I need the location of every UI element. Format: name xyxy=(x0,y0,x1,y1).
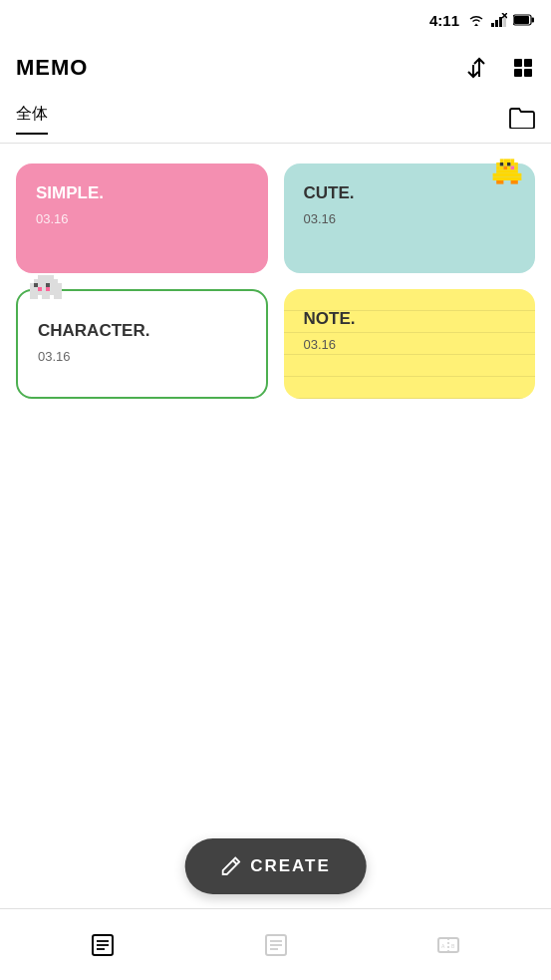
card-character-date: 03.16 xyxy=(38,349,246,364)
grid-icon xyxy=(511,56,535,80)
svg-rect-46 xyxy=(30,295,38,299)
svg-rect-32 xyxy=(493,173,522,177)
card-cute-date: 03.16 xyxy=(304,211,516,226)
svg-rect-25 xyxy=(496,166,500,170)
svg-rect-31 xyxy=(496,169,518,173)
svg-line-52 xyxy=(232,860,236,864)
nav-outline[interactable] xyxy=(189,931,363,959)
svg-rect-14 xyxy=(524,69,532,77)
svg-rect-43 xyxy=(38,287,42,291)
svg-rect-44 xyxy=(46,287,50,291)
svg-rect-50 xyxy=(50,295,54,299)
svg-rect-0 xyxy=(491,23,494,27)
svg-rect-19 xyxy=(496,163,500,166)
sort-button[interactable] xyxy=(467,56,491,80)
svg-rect-11 xyxy=(514,59,522,67)
status-time: 4:11 xyxy=(429,12,459,29)
grid-button[interactable] xyxy=(511,56,535,80)
svg-rect-15 xyxy=(500,159,504,163)
signal-icon xyxy=(491,13,507,27)
card-note-date: 03.16 xyxy=(304,337,516,352)
card-simple-title: SIMPLE. xyxy=(36,183,248,203)
card-simple-date: 03.16 xyxy=(36,211,248,226)
create-button[interactable]: CREATE xyxy=(184,838,367,894)
svg-rect-49 xyxy=(46,295,50,299)
svg-rect-37 xyxy=(38,275,54,279)
svg-rect-27 xyxy=(503,166,507,170)
svg-rect-23 xyxy=(511,163,515,166)
svg-rect-2 xyxy=(499,17,502,27)
card-simple[interactable]: SIMPLE. 03.16 xyxy=(16,163,268,273)
svg-rect-20 xyxy=(500,163,504,166)
folder-icon xyxy=(509,107,535,129)
status-icons xyxy=(467,13,535,27)
svg-rect-42 xyxy=(46,283,50,287)
ghost-decoration xyxy=(26,271,70,307)
svg-rect-29 xyxy=(511,166,515,170)
svg-rect-48 xyxy=(42,295,46,299)
svg-rect-41 xyxy=(34,283,38,287)
svg-text:B: B xyxy=(451,943,455,949)
notes-icon xyxy=(89,931,117,959)
svg-text:A: A xyxy=(441,943,445,949)
svg-rect-13 xyxy=(514,69,522,77)
header: MEMO xyxy=(0,40,551,96)
folder-button[interactable] xyxy=(509,107,535,133)
sort-icon xyxy=(467,56,491,80)
create-label: CREATE xyxy=(250,856,331,876)
svg-rect-1 xyxy=(495,20,498,27)
svg-rect-18 xyxy=(511,159,515,163)
svg-rect-8 xyxy=(532,18,535,23)
cards-grid: SIMPLE. 03.16 xyxy=(0,144,551,419)
tab-bar: 全体 xyxy=(0,96,551,144)
app-title: MEMO xyxy=(16,55,88,81)
card-character-title: CHARACTER. xyxy=(38,321,246,341)
card-note[interactable]: NOTE. 03.16 xyxy=(284,289,536,399)
svg-rect-47 xyxy=(38,295,42,299)
svg-rect-51 xyxy=(54,295,62,299)
header-actions xyxy=(467,56,535,80)
svg-rect-30 xyxy=(514,166,518,170)
nav-notes[interactable] xyxy=(16,931,189,959)
svg-rect-17 xyxy=(507,159,511,163)
svg-rect-21 xyxy=(503,163,507,166)
card-character[interactable]: CHARACTER. 03.16 xyxy=(16,289,268,399)
svg-rect-28 xyxy=(507,166,511,170)
bottom-nav: A B xyxy=(0,908,551,980)
battery-icon xyxy=(513,14,535,26)
card-cute[interactable]: CUTE. 03.16 xyxy=(284,163,536,273)
svg-rect-12 xyxy=(524,59,532,67)
flashcard-icon: A B xyxy=(434,931,462,959)
pencil-icon xyxy=(220,856,240,876)
svg-rect-24 xyxy=(514,163,518,166)
card-cute-title: CUTE. xyxy=(304,183,516,203)
svg-rect-22 xyxy=(507,163,511,166)
outline-icon xyxy=(262,931,290,959)
svg-rect-33 xyxy=(493,176,522,180)
status-bar: 4:11 xyxy=(0,0,551,40)
svg-rect-38 xyxy=(34,279,58,283)
nav-flashcard[interactable]: A B xyxy=(362,931,535,959)
svg-rect-26 xyxy=(500,166,504,170)
svg-rect-16 xyxy=(503,159,507,163)
tab-all[interactable]: 全体 xyxy=(16,104,48,135)
svg-rect-7 xyxy=(514,16,529,24)
svg-rect-45 xyxy=(30,291,62,295)
card-note-title: NOTE. xyxy=(304,309,516,329)
wifi-icon xyxy=(467,13,485,27)
